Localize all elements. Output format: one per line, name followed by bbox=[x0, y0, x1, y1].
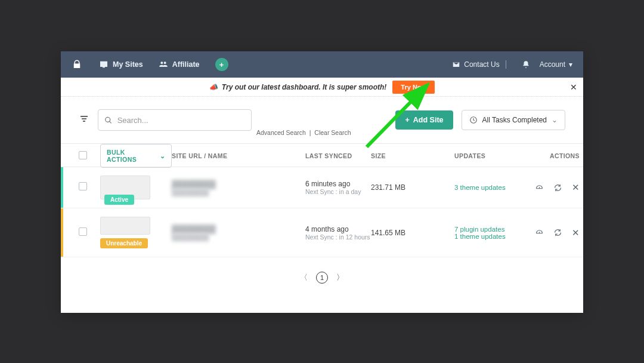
bell-icon bbox=[522, 60, 530, 69]
bulk-actions-button[interactable]: BULK ACTIONS ⌄ bbox=[100, 144, 172, 168]
table-header: BULK ACTIONS ⌄ SITE URL / NAME LAST SYNC… bbox=[61, 143, 583, 167]
update-line: 1 theme updates bbox=[454, 233, 520, 240]
site-name: ████████ bbox=[172, 224, 305, 233]
nav-my-sites[interactable]: My Sites bbox=[99, 60, 143, 69]
search-icon bbox=[104, 116, 113, 125]
page-number[interactable]: 1 bbox=[316, 272, 328, 284]
announcement-icon: 📣 bbox=[209, 83, 218, 91]
row-accent bbox=[61, 208, 63, 257]
col-size: SIZE bbox=[371, 152, 454, 159]
col-last-synced: LAST SYNCED bbox=[305, 152, 371, 159]
site-size: 231.71 MB bbox=[371, 183, 454, 192]
search-links: Advanced Search | Clear Search bbox=[256, 129, 351, 136]
update-line: 7 plugin updates bbox=[454, 226, 520, 233]
toolbar: Advanced Search | Clear Search + Add Sit… bbox=[61, 97, 583, 143]
promo-banner: 📣 Try out our latest dashboard. It is su… bbox=[61, 78, 583, 97]
search-input-wrapper bbox=[98, 109, 252, 131]
dashboard-icon[interactable] bbox=[535, 228, 544, 237]
nav-notifications[interactable] bbox=[522, 60, 530, 69]
close-icon[interactable]: ✕ bbox=[570, 82, 577, 92]
site-thumbnail: Active bbox=[100, 176, 150, 199]
remove-icon[interactable]: ✕ bbox=[572, 182, 580, 193]
logo-icon bbox=[72, 59, 82, 70]
banner-text: Try out our latest dashboard. It is supe… bbox=[222, 83, 386, 91]
status-badge: Active bbox=[104, 195, 134, 205]
row-checkbox[interactable] bbox=[79, 227, 87, 236]
row-actions: ✕ bbox=[520, 182, 580, 193]
nav-add-button[interactable]: + bbox=[215, 58, 228, 71]
col-site: SITE URL / NAME bbox=[172, 152, 305, 159]
next-sync: Next Sync : in 12 hours bbox=[305, 233, 371, 241]
table-row: Unreachable ████████ ████████ 4 months a… bbox=[61, 208, 583, 257]
add-site-button[interactable]: + Add Site bbox=[395, 110, 453, 130]
chevron-down-icon: ▾ bbox=[569, 60, 572, 69]
table-body: Active ████████ ████████ 6 minutes ago N… bbox=[61, 167, 583, 257]
row-accent bbox=[61, 167, 63, 208]
last-synced: 4 months ago bbox=[305, 225, 371, 233]
mail-icon bbox=[452, 60, 460, 69]
top-nav: My Sites Affiliate + Contact Us Account … bbox=[61, 51, 583, 78]
updates-cell[interactable]: 7 plugin updates1 theme updates bbox=[454, 226, 520, 240]
updates-cell[interactable]: 3 theme updates bbox=[454, 184, 520, 191]
prev-page-button[interactable]: 〈 bbox=[300, 272, 308, 283]
nav-account[interactable]: Account ▾ bbox=[540, 60, 572, 69]
nav-contact-us[interactable]: Contact Us bbox=[452, 60, 499, 69]
chevron-down-icon: ⌄ bbox=[160, 152, 165, 159]
nav-my-sites-label: My Sites bbox=[113, 60, 143, 69]
remove-icon[interactable]: ✕ bbox=[572, 227, 580, 238]
search-input[interactable] bbox=[117, 116, 245, 125]
update-line: 3 theme updates bbox=[454, 184, 520, 191]
site-url: ████████ bbox=[172, 233, 305, 241]
clock-icon bbox=[469, 116, 478, 124]
table-row: Active ████████ ████████ 6 minutes ago N… bbox=[61, 167, 583, 208]
nav-affiliate[interactable]: Affiliate bbox=[159, 60, 200, 69]
tasks-status-label: All Tasks Completed bbox=[482, 116, 547, 124]
col-updates: UPDATES bbox=[454, 152, 520, 159]
clear-search-link[interactable]: Clear Search bbox=[314, 129, 351, 136]
site-thumbnail: Unreachable bbox=[100, 217, 172, 248]
tasks-status-button[interactable]: All Tasks Completed ⌄ bbox=[462, 110, 566, 130]
col-actions: ACTIONS bbox=[520, 152, 580, 159]
sync-icon[interactable] bbox=[553, 183, 562, 192]
filter-icon[interactable] bbox=[79, 114, 89, 126]
bulk-actions-label: BULK ACTIONS bbox=[107, 149, 156, 163]
dashboard-icon[interactable] bbox=[535, 183, 544, 192]
nav-affiliate-label: Affiliate bbox=[172, 60, 200, 69]
monitor-icon bbox=[99, 60, 109, 69]
nav-divider bbox=[506, 60, 506, 69]
app-window: My Sites Affiliate + Contact Us Account … bbox=[61, 51, 583, 313]
pagination: 〈 1 〉 bbox=[61, 272, 583, 284]
try-now-button[interactable]: Try Now bbox=[392, 81, 435, 94]
next-sync: Next Sync : in a day bbox=[305, 188, 371, 195]
last-synced: 6 minutes ago bbox=[305, 180, 371, 188]
row-checkbox[interactable] bbox=[79, 182, 87, 190]
people-icon bbox=[159, 60, 168, 69]
select-all-checkbox[interactable] bbox=[79, 151, 87, 159]
site-name: ████████ bbox=[172, 180, 305, 189]
status-badge: Unreachable bbox=[100, 238, 148, 248]
nav-account-label: Account bbox=[540, 60, 565, 69]
sync-icon[interactable] bbox=[553, 228, 562, 237]
row-actions: ✕ bbox=[520, 227, 580, 238]
site-size: 141.65 MB bbox=[371, 229, 454, 237]
plus-icon: + bbox=[405, 116, 409, 124]
nav-contact-label: Contact Us bbox=[464, 60, 499, 69]
site-url: ████████ bbox=[172, 189, 305, 196]
next-page-button[interactable]: 〉 bbox=[336, 272, 344, 283]
advanced-search-link[interactable]: Advanced Search bbox=[256, 129, 306, 136]
chevron-down-icon: ⌄ bbox=[552, 116, 558, 124]
add-site-label: Add Site bbox=[413, 116, 444, 124]
